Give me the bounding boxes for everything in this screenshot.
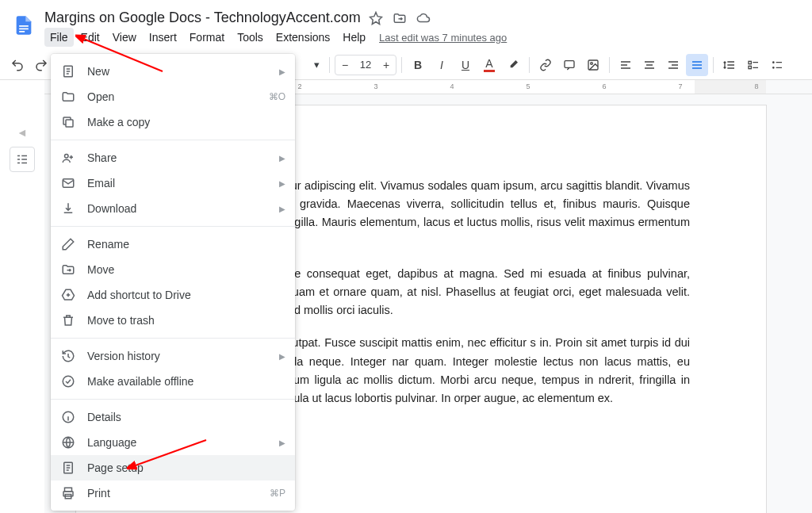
- file-menu-dropdown: New▶Open⌘OMake a copyShare▶Email▶Downloa…: [51, 54, 295, 511]
- menu-item-label: Move to trash: [87, 314, 285, 327]
- menubar: File Edit View Insert Format Tools Exten…: [44, 26, 802, 50]
- image-button[interactable]: [582, 54, 604, 76]
- comment-button[interactable]: [558, 54, 580, 76]
- font-size-value[interactable]: 12: [354, 59, 377, 71]
- file-menu-print[interactable]: Print⌘P: [51, 480, 295, 506]
- menu-item-label: Add shortcut to Drive: [87, 289, 285, 301]
- rename-icon: [60, 236, 76, 252]
- document-title[interactable]: Margins on Google Docs - TechnologyAccen…: [44, 10, 361, 26]
- checklist-button[interactable]: [742, 54, 764, 76]
- menu-help[interactable]: Help: [337, 28, 371, 47]
- file-menu-version-history[interactable]: Version history▶: [51, 343, 295, 369]
- submenu-arrow-icon: ▶: [279, 205, 285, 213]
- svg-rect-7: [749, 66, 751, 68]
- bold-button[interactable]: B: [407, 54, 429, 76]
- menu-item-label: Open: [87, 90, 258, 103]
- menu-item-label: Language: [87, 436, 268, 449]
- move-icon[interactable]: [393, 11, 407, 25]
- drive-add-icon: [60, 287, 76, 303]
- file-menu-open[interactable]: Open⌘O: [51, 84, 295, 109]
- menu-separator: [51, 226, 295, 227]
- redo-button[interactable]: [30, 54, 52, 76]
- file-menu-add-shortcut-to-drive[interactable]: Add shortcut to Drive: [51, 282, 295, 308]
- file-menu-move[interactable]: Move: [51, 257, 295, 282]
- submenu-arrow-icon: ▶: [279, 438, 285, 447]
- menu-format[interactable]: Format: [184, 28, 230, 47]
- menu-extensions[interactable]: Extensions: [270, 28, 335, 47]
- menu-item-label: Rename: [87, 238, 285, 251]
- svg-rect-6: [749, 61, 751, 63]
- align-center-button[interactable]: [638, 54, 661, 76]
- menu-item-label: Download: [87, 202, 268, 215]
- download-icon: [60, 201, 76, 216]
- print-icon: [60, 485, 76, 501]
- cloud-icon[interactable]: [416, 11, 431, 25]
- menu-file[interactable]: File: [44, 28, 74, 47]
- text-color-button[interactable]: A: [478, 54, 500, 76]
- font-size-decrease[interactable]: −: [335, 56, 354, 75]
- menu-item-label: Details: [87, 411, 285, 423]
- file-menu-rename[interactable]: Rename: [51, 232, 295, 257]
- align-left-button[interactable]: [615, 54, 637, 76]
- page-icon: [60, 460, 76, 476]
- menu-item-label: New: [87, 65, 268, 78]
- undo-button[interactable]: [6, 54, 29, 76]
- history-icon: [60, 348, 76, 364]
- menu-insert[interactable]: Insert: [144, 28, 182, 47]
- file-menu-share[interactable]: Share▶: [51, 145, 295, 170]
- left-gutter: ◄: [0, 94, 44, 513]
- folder-icon: [60, 89, 76, 105]
- menu-tools[interactable]: Tools: [232, 28, 269, 47]
- last-edit-link[interactable]: Last edit was 7 minutes ago: [379, 32, 507, 44]
- italic-button[interactable]: I: [431, 54, 453, 76]
- svg-point-14: [63, 376, 74, 387]
- file-menu-new[interactable]: New▶: [51, 59, 295, 84]
- font-size-control: − 12 +: [335, 55, 396, 75]
- file-menu-download[interactable]: Download▶: [51, 196, 295, 221]
- line-spacing-button[interactable]: [718, 54, 741, 76]
- menu-separator: [51, 338, 295, 339]
- doc-icon: [60, 63, 76, 79]
- menu-item-label: Version history: [87, 350, 268, 362]
- menu-item-label: Move: [87, 263, 285, 276]
- menu-item-label: Make a copy: [87, 116, 285, 128]
- file-menu-email[interactable]: Email▶: [51, 170, 295, 196]
- submenu-arrow-icon: ▶: [279, 67, 285, 76]
- highlight-button[interactable]: [502, 54, 524, 76]
- font-size-increase[interactable]: +: [377, 56, 396, 75]
- file-menu-language[interactable]: Language▶: [51, 430, 295, 455]
- file-menu-make-available-offline[interactable]: Make available offline: [51, 369, 295, 394]
- font-dropdown[interactable]: ▾: [309, 57, 324, 72]
- underline-button[interactable]: U: [454, 54, 477, 76]
- file-menu-move-to-trash[interactable]: Move to trash: [51, 308, 295, 333]
- info-icon: [60, 409, 76, 425]
- align-right-button[interactable]: [662, 54, 684, 76]
- menu-item-label: Email: [87, 177, 268, 190]
- trash-icon: [60, 312, 76, 328]
- link-button[interactable]: [534, 54, 557, 76]
- offline-icon: [60, 373, 76, 389]
- svg-rect-1: [19, 29, 29, 30]
- menu-view[interactable]: View: [107, 28, 142, 47]
- mail-icon: [60, 175, 76, 191]
- star-icon[interactable]: [369, 11, 383, 25]
- submenu-arrow-icon: ▶: [279, 154, 285, 163]
- docs-logo[interactable]: [10, 6, 38, 44]
- menu-item-label: Make available offline: [87, 375, 285, 388]
- tab-marker[interactable]: ◄: [17, 126, 28, 139]
- svg-point-5: [591, 62, 593, 64]
- menu-item-label: Share: [87, 151, 268, 164]
- bullet-list-button[interactable]: [766, 54, 788, 76]
- align-justify-button[interactable]: [686, 54, 708, 76]
- file-menu-details[interactable]: Details: [51, 404, 295, 430]
- menu-shortcut: ⌘O: [269, 91, 285, 102]
- menu-separator: [51, 399, 295, 400]
- svg-rect-0: [19, 25, 29, 27]
- outline-button[interactable]: [10, 147, 35, 172]
- svg-point-8: [773, 62, 774, 63]
- svg-point-9: [773, 67, 774, 67]
- file-menu-page-setup[interactable]: Page setup: [51, 455, 295, 480]
- file-menu-make-a-copy[interactable]: Make a copy: [51, 109, 295, 135]
- menu-edit[interactable]: Edit: [75, 28, 105, 47]
- menu-shortcut: ⌘P: [270, 488, 285, 499]
